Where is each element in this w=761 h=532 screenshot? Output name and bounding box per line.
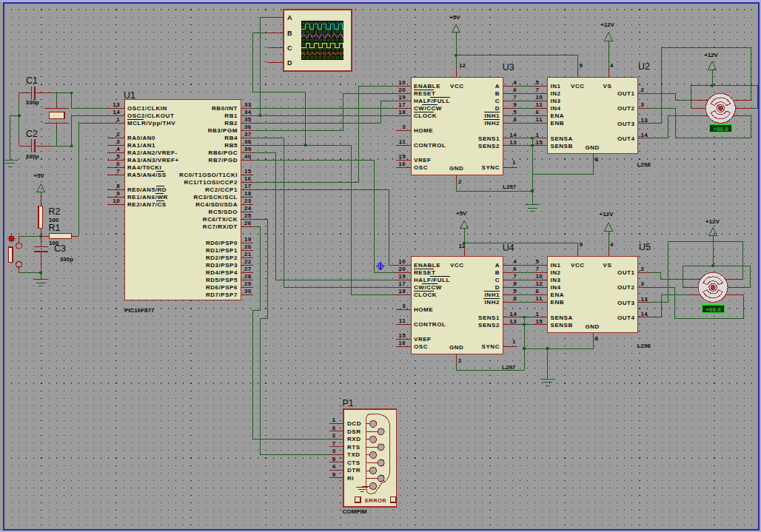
svg-text:16: 16 — [398, 340, 406, 346]
svg-text:RC2/CCP1: RC2/CCP1 — [205, 186, 238, 193]
svg-text:<TEXT>: <TEXT> — [25, 108, 47, 115]
svg-text:C: C — [287, 44, 292, 52]
svg-text:35: 35 — [244, 116, 252, 123]
svg-text:1: 1 — [116, 116, 120, 123]
svg-text:12: 12 — [536, 101, 543, 108]
svg-text:14: 14 — [641, 132, 648, 138]
svg-text:8: 8 — [513, 116, 517, 123]
svg-text:VCC: VCC — [450, 83, 464, 90]
svg-text:OUT2: OUT2 — [617, 284, 635, 291]
svg-text:<TEXT>: <TEXT> — [51, 285, 73, 292]
svg-text:5: 5 — [536, 79, 540, 86]
svg-text:13: 13 — [509, 318, 517, 325]
svg-text:R1: R1 — [49, 223, 61, 233]
svg-text:RTS: RTS — [347, 444, 361, 451]
svg-text:17: 17 — [398, 280, 406, 287]
svg-text:7: 7 — [536, 266, 540, 272]
svg-text:+12V: +12V — [705, 218, 720, 225]
svg-text:ENB: ENB — [551, 299, 565, 306]
svg-text:<TEXT>: <TEXT> — [500, 373, 523, 380]
svg-text:OUT4: OUT4 — [617, 135, 635, 142]
svg-text:SENSA: SENSA — [551, 314, 573, 321]
svg-text:OSC: OSC — [414, 343, 428, 350]
svg-text:3: 3 — [402, 124, 406, 130]
svg-text:1: 1 — [536, 311, 540, 317]
svg-text:RB4: RB4 — [224, 135, 238, 141]
svg-text:RC5/SDO: RC5/SDO — [209, 209, 238, 215]
svg-text:C1: C1 — [26, 75, 38, 86]
svg-text:8: 8 — [332, 456, 336, 462]
svg-text:ENB: ENB — [551, 120, 565, 127]
svg-text:RC1/T1OSI/CCP2: RC1/T1OSI/CCP2 — [184, 179, 238, 186]
svg-text:RA0/AN0: RA0/AN0 — [127, 135, 155, 141]
svg-text:RE2/AN7/CS: RE2/AN7/CS — [127, 201, 167, 208]
svg-text:IN4: IN4 — [551, 105, 561, 112]
svg-text:21: 21 — [244, 251, 252, 257]
svg-text:9: 9 — [513, 101, 517, 108]
svg-text:DTR: DTR — [347, 467, 361, 474]
svg-text:8: 8 — [595, 156, 599, 163]
svg-text:14: 14 — [641, 311, 648, 317]
svg-text:RC3/SCK/SCL: RC3/SCK/SCL — [194, 194, 238, 201]
svg-text:A: A — [287, 14, 292, 21]
svg-text:RE1/AN6/WR: RE1/AN6/WR — [127, 194, 168, 201]
svg-text:GND: GND — [586, 323, 600, 330]
svg-text:15: 15 — [536, 139, 543, 146]
svg-text:SENS2: SENS2 — [478, 322, 500, 329]
svg-text:15: 15 — [398, 332, 406, 339]
svg-text:RD2/PSP2: RD2/PSP2 — [206, 255, 238, 261]
svg-text:A: A — [495, 83, 500, 90]
svg-text:<TEXT>: <TEXT> — [58, 223, 80, 229]
svg-text:RE0/AN5/RD: RE0/AN5/RD — [127, 186, 167, 193]
svg-text:11: 11 — [399, 138, 406, 145]
svg-text:18: 18 — [398, 109, 406, 115]
svg-text:13: 13 — [641, 117, 648, 124]
svg-text:6: 6 — [536, 109, 540, 115]
svg-text:13: 13 — [113, 101, 120, 108]
svg-text:+12V: +12V — [704, 52, 719, 58]
svg-text:6: 6 — [116, 161, 120, 167]
svg-text:2: 2 — [641, 266, 645, 272]
svg-text:+5V: +5V — [34, 172, 45, 179]
svg-text:OUT3: OUT3 — [617, 300, 635, 306]
svg-text:SENS2: SENS2 — [478, 143, 500, 149]
svg-text:4: 4 — [513, 79, 517, 86]
svg-text:RD5/PSP5: RD5/PSP5 — [206, 277, 238, 283]
svg-text:34: 34 — [244, 109, 252, 115]
svg-text:HOME: HOME — [414, 127, 433, 134]
svg-text:MCLR/Vpp/THV: MCLR/Vpp/THV — [127, 120, 175, 127]
svg-text:25: 25 — [244, 212, 252, 219]
svg-text:VREF: VREF — [414, 336, 432, 343]
svg-text:U5: U5 — [639, 242, 651, 252]
svg-text:SENS1: SENS1 — [478, 314, 500, 321]
svg-text:C2: C2 — [26, 129, 38, 139]
svg-text:VCC: VCC — [571, 262, 585, 269]
svg-text:R2: R2 — [49, 206, 61, 217]
svg-text:U3: U3 — [503, 62, 514, 73]
svg-text:9: 9 — [580, 241, 583, 248]
svg-text:L297: L297 — [503, 183, 517, 190]
svg-text:C3: C3 — [54, 243, 66, 254]
svg-text:VCC: VCC — [571, 83, 585, 90]
svg-text:IN3: IN3 — [551, 277, 561, 283]
svg-text:ENABLE: ENABLE — [414, 262, 440, 269]
svg-text:10: 10 — [113, 198, 120, 204]
svg-text:36: 36 — [244, 124, 252, 130]
svg-text:9: 9 — [116, 190, 120, 197]
svg-text:ENA: ENA — [551, 292, 565, 298]
svg-text:VS: VS — [603, 83, 612, 90]
svg-text:29: 29 — [244, 280, 252, 287]
svg-text:2: 2 — [116, 131, 120, 138]
svg-text:SENSB: SENSB — [551, 322, 573, 329]
svg-text:RB5: RB5 — [224, 142, 238, 149]
svg-text:GND: GND — [586, 144, 600, 151]
svg-text:VS: VS — [603, 262, 612, 269]
svg-text:18: 18 — [244, 190, 252, 197]
svg-text:5: 5 — [513, 288, 517, 294]
svg-text:40: 40 — [244, 153, 252, 160]
svg-text:IN2: IN2 — [551, 90, 561, 97]
svg-text:2: 2 — [458, 178, 462, 185]
svg-text:COMPIM: COMPIM — [343, 508, 367, 515]
svg-text:RD1/PSP1: RD1/PSP1 — [206, 247, 238, 254]
svg-text:RD3/PSP3: RD3/PSP3 — [206, 262, 238, 269]
